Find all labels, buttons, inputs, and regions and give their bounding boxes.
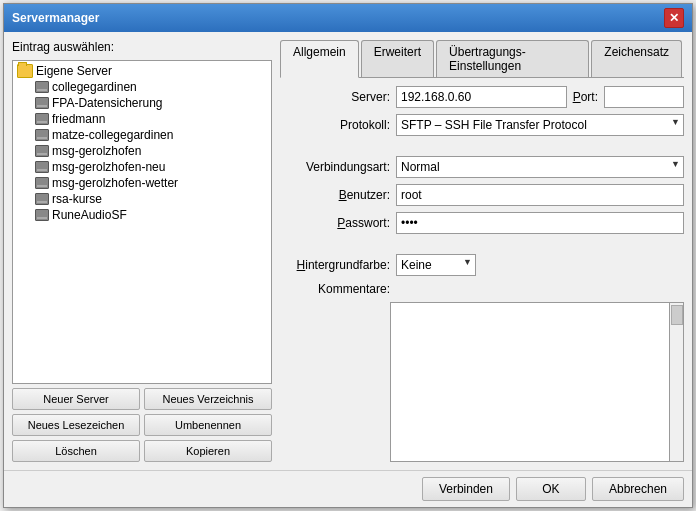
comments-spacer: [280, 302, 390, 462]
left-panel: Eintrag auswählen: Eigene Server college…: [12, 40, 272, 462]
server-name: msg-gerolzhofen-wetter: [52, 176, 178, 190]
server-name: friedmann: [52, 112, 105, 126]
list-item[interactable]: msg-gerolzhofen-neu: [15, 159, 269, 175]
connection-select-wrapper: Normal Aktiv Passiv Intern passiv: [396, 156, 684, 178]
tree-view[interactable]: Eigene Server collegegardinen FPA-Datens…: [12, 60, 272, 384]
server-icon: [35, 81, 49, 93]
connect-button[interactable]: Verbinden: [422, 477, 510, 501]
bg-color-label: Hintergrundfarbe:: [280, 258, 390, 272]
new-folder-button[interactable]: Neues Verzeichnis: [144, 388, 272, 410]
list-item[interactable]: collegegardinen: [15, 79, 269, 95]
scrollbar-thumb: [671, 305, 683, 325]
list-item[interactable]: msg-gerolzhofen: [15, 143, 269, 159]
tab-allgemein[interactable]: Allgemein: [280, 40, 359, 78]
comments-wrapper: [390, 302, 684, 462]
server-icon: [35, 177, 49, 189]
dialog-body: Eintrag auswählen: Eigene Server college…: [4, 32, 692, 470]
title-bar-text: Servermanager: [12, 11, 99, 25]
tab-erweitert[interactable]: Erweitert: [361, 40, 434, 77]
server-icon: [35, 161, 49, 173]
rename-button[interactable]: Umbenennen: [144, 414, 272, 436]
server-icon: [35, 145, 49, 157]
list-item[interactable]: rsa-kurse: [15, 191, 269, 207]
list-item[interactable]: FPA-Datensicherung: [15, 95, 269, 111]
dialog-window: Servermanager ✕ Eintrag auswählen: Eigen…: [3, 3, 693, 508]
server-icon: [35, 193, 49, 205]
list-item[interactable]: matze-collegegardinen: [15, 127, 269, 143]
comments-input[interactable]: [390, 302, 670, 462]
server-name: RuneAudioSF: [52, 208, 127, 222]
server-label: Server:: [280, 90, 390, 104]
server-input[interactable]: [396, 86, 567, 108]
cancel-button[interactable]: Abbrechen: [592, 477, 684, 501]
port-input[interactable]: [604, 86, 684, 108]
right-panel: Allgemein Erweitert Übertragungs-Einstel…: [280, 40, 684, 462]
port-label: Port:: [573, 90, 598, 104]
tree-root-folder[interactable]: Eigene Server: [15, 63, 269, 79]
delete-button[interactable]: Löschen: [12, 440, 140, 462]
connection-row: Verbindungsart: Normal Aktiv Passiv Inte…: [280, 156, 684, 178]
comments-label-row: Kommentare:: [280, 282, 684, 296]
bg-color-select[interactable]: Keine Rot Grün Blau Gelb: [396, 254, 476, 276]
user-label: Benutzer:: [280, 188, 390, 202]
bg-color-row: Hintergrundfarbe: Keine Rot Grün Blau Ge…: [280, 254, 684, 276]
tab-content-allgemein: Server: Port: Protokoll: SFTP – SSH File…: [280, 86, 684, 462]
new-bookmark-button[interactable]: Neues Lesezeichen: [12, 414, 140, 436]
list-item[interactable]: RuneAudioSF: [15, 207, 269, 223]
password-row: Passwort:: [280, 212, 684, 234]
comments-area-wrapper: [280, 302, 684, 462]
password-input[interactable]: [396, 212, 684, 234]
connection-label: Verbindungsart:: [280, 160, 390, 174]
ok-button[interactable]: OK: [516, 477, 586, 501]
user-row: Benutzer:: [280, 184, 684, 206]
server-row: Server: Port:: [280, 86, 684, 108]
server-name: msg-gerolzhofen: [52, 144, 141, 158]
bg-color-select-wrapper: Keine Rot Grün Blau Gelb: [396, 254, 476, 276]
server-name: collegegardinen: [52, 80, 137, 94]
tab-bar: Allgemein Erweitert Übertragungs-Einstel…: [280, 40, 684, 78]
tab-uebertragung[interactable]: Übertragungs-Einstellungen: [436, 40, 589, 77]
server-name: FPA-Datensicherung: [52, 96, 163, 110]
dialog-footer: Verbinden OK Abbrechen: [4, 470, 692, 507]
server-name: matze-collegegardinen: [52, 128, 173, 142]
password-label: Passwort:: [280, 216, 390, 230]
title-bar: Servermanager ✕: [4, 4, 692, 32]
close-button[interactable]: ✕: [664, 8, 684, 28]
server-name: msg-gerolzhofen-neu: [52, 160, 165, 174]
copy-button[interactable]: Kopieren: [144, 440, 272, 462]
connection-select[interactable]: Normal Aktiv Passiv Intern passiv: [396, 156, 684, 178]
list-item[interactable]: friedmann: [15, 111, 269, 127]
comments-label: Kommentare:: [280, 282, 390, 296]
new-server-button[interactable]: Neuer Server: [12, 388, 140, 410]
server-icon: [35, 129, 49, 141]
tree-label: Eintrag auswählen:: [12, 40, 272, 54]
server-icon: [35, 97, 49, 109]
tree-root-label: Eigene Server: [36, 64, 112, 78]
left-button-group: Neuer Server Neues Verzeichnis Neues Les…: [12, 388, 272, 462]
list-item[interactable]: msg-gerolzhofen-wetter: [15, 175, 269, 191]
protocol-label: Protokoll:: [280, 118, 390, 132]
protocol-select[interactable]: SFTP – SSH File Transfer Protocol FTP – …: [396, 114, 684, 136]
protocol-row: Protokoll: SFTP – SSH File Transfer Prot…: [280, 114, 684, 136]
tab-zeichensatz[interactable]: Zeichensatz: [591, 40, 682, 77]
protocol-select-wrapper: SFTP – SSH File Transfer Protocol FTP – …: [396, 114, 684, 136]
server-icon: [35, 113, 49, 125]
scrollbar[interactable]: [670, 302, 684, 462]
folder-icon: [17, 64, 33, 78]
server-icon: [35, 209, 49, 221]
user-input[interactable]: [396, 184, 684, 206]
server-name: rsa-kurse: [52, 192, 102, 206]
